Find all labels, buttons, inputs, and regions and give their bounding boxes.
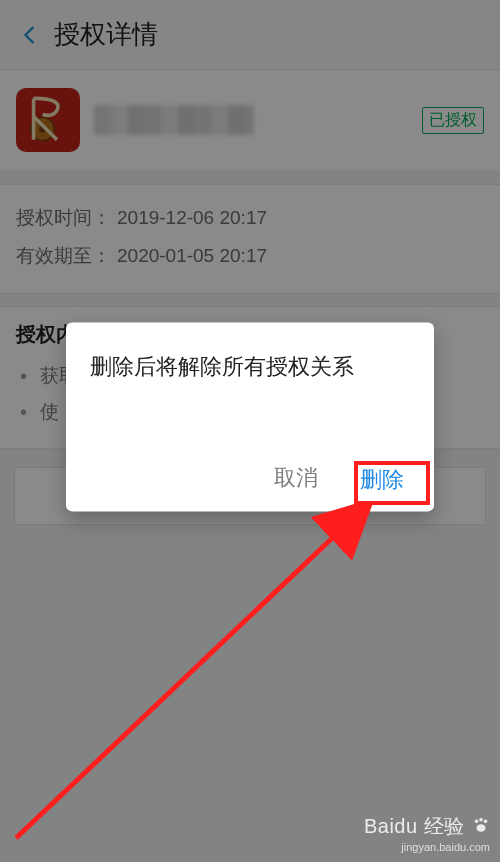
confirm-dialog: 删除后将解除所有授权关系 取消 删除 <box>66 322 434 511</box>
screen: 授权详情 已授权 授权时间：2019-12-06 20:17 有效期至：2020… <box>0 0 500 862</box>
dialog-message: 删除后将解除所有授权关系 <box>90 350 410 383</box>
svg-point-5 <box>479 818 483 822</box>
cancel-button[interactable]: 取消 <box>274 463 318 497</box>
watermark-sub: jingyan.baidu.com <box>401 841 490 853</box>
dialog-actions: 取消 删除 <box>90 463 410 497</box>
paw-icon <box>472 817 490 836</box>
svg-point-4 <box>475 819 479 823</box>
svg-point-7 <box>477 824 486 832</box>
watermark: Baidu 经验 jingyan.baidu.com <box>364 813 490 854</box>
svg-point-6 <box>484 819 488 823</box>
watermark-brand: Baidu 经验 <box>364 815 465 837</box>
delete-button[interactable]: 删除 <box>354 463 410 497</box>
